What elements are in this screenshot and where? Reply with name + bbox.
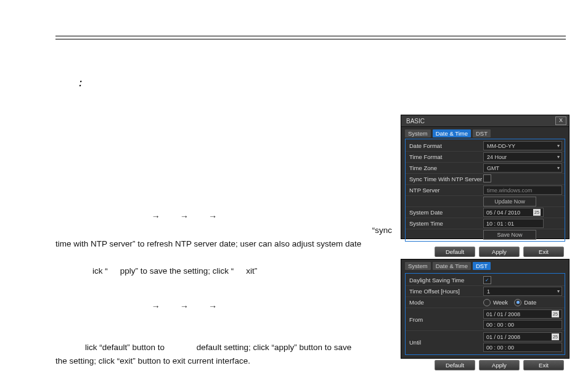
label-system-time: System Time	[406, 220, 483, 227]
body-line: lick “default” button to	[85, 343, 165, 352]
label-until: Until	[406, 339, 483, 346]
apply-button[interactable]: Apply	[479, 360, 520, 370]
body-line: “sync	[55, 224, 392, 237]
body-line: time with NTP server” to refresh NTP ser…	[55, 237, 392, 251]
tab-system[interactable]: System	[405, 262, 431, 270]
tab-system[interactable]: System	[405, 129, 431, 137]
label-system-date: System Date	[406, 209, 483, 216]
tab-dst[interactable]: DST	[473, 262, 491, 270]
dst-checkbox[interactable]: ✓	[483, 276, 491, 284]
mode-date-label: Date	[524, 299, 536, 306]
label-time-offset: Time Offset [Hours]	[406, 288, 483, 295]
system-date-field[interactable]: 05 / 04 / 2010 25	[483, 208, 544, 217]
arrow-icon: →	[143, 210, 169, 223]
basic-dialog: BASIC X System Date & Time DST Date Form…	[401, 115, 570, 239]
from-date-field[interactable]: 01 / 01 / 2008 25	[483, 309, 562, 319]
label-time-format: Time Format	[406, 153, 483, 160]
time-offset-dropdown[interactable]: 1▾	[483, 287, 562, 296]
ntp-server-field[interactable]: time.windows.com	[483, 186, 562, 195]
apply-button[interactable]: Apply	[479, 247, 520, 257]
body-line: ick “	[92, 266, 108, 276]
until-date-field[interactable]: 01 / 01 / 2008 25	[483, 332, 562, 341]
time-zone-dropdown[interactable]: GMT▾	[483, 163, 562, 173]
dst-panel: System Date & Time DST Daylight Saving T…	[401, 259, 570, 359]
label-dst: Daylight Saving Time	[406, 277, 483, 284]
body-text-datetime: → → → “sync time with NTP server” to ref…	[55, 210, 392, 278]
label-sync-ntp: Sync Time With NTP Server	[406, 176, 483, 182]
body-line: the setting; click “exit” button to exit…	[55, 354, 392, 368]
arrow-icon: →	[171, 300, 197, 313]
calendar-icon[interactable]: 25	[552, 333, 559, 340]
label-ntp-server: NTP Server	[406, 187, 483, 194]
until-time-field[interactable]: 00 : 00 : 00	[483, 343, 562, 352]
tab-dst[interactable]: DST	[473, 129, 491, 137]
label-mode: Mode	[406, 299, 483, 306]
body-line: pply” to save the setting; click “	[120, 266, 234, 276]
dialog-title: BASIC	[406, 118, 425, 125]
arrow-icon: →	[200, 300, 226, 313]
mode-week-radio[interactable]	[483, 299, 491, 306]
label-time-zone: Time Zone	[406, 165, 483, 171]
label-date-format: Date Format	[406, 142, 483, 149]
close-icon[interactable]: X	[555, 116, 566, 125]
chevron-down-icon: ▾	[557, 288, 560, 294]
body-text-dst: → → → lick “default” button to default s…	[55, 300, 392, 368]
tab-date-time[interactable]: Date & Time	[433, 129, 471, 137]
arrow-icon: →	[143, 300, 169, 313]
exit-button[interactable]: Exit	[523, 360, 564, 370]
mode-date-radio[interactable]	[514, 299, 521, 306]
tab-date-time[interactable]: Date & Time	[433, 262, 471, 270]
save-now-button[interactable]: Save Now	[483, 230, 536, 240]
calendar-icon[interactable]: 25	[533, 209, 541, 216]
default-button[interactable]: Default	[435, 247, 475, 257]
from-time-field[interactable]: 00 : 00 : 00	[483, 320, 562, 329]
exit-button[interactable]: Exit	[523, 247, 564, 257]
page-divider	[55, 36, 566, 39]
default-button[interactable]: Default	[435, 360, 475, 370]
calendar-icon[interactable]: 25	[552, 311, 559, 317]
label-from: From	[406, 316, 483, 323]
chevron-down-icon: ▾	[557, 143, 560, 149]
arrow-icon: →	[200, 210, 226, 223]
date-format-dropdown[interactable]: MM-DD-YY▾	[483, 141, 562, 150]
system-time-field[interactable]: 10 : 01 : 01	[483, 219, 544, 228]
update-now-button[interactable]: Update Now	[483, 197, 536, 206]
sync-ntp-checkbox[interactable]	[483, 174, 491, 182]
body-line: xit”	[246, 266, 257, 276]
colon-mark: :	[79, 78, 82, 89]
time-format-dropdown[interactable]: 24 Hour▾	[483, 152, 562, 161]
body-line: default setting; click “apply” button to…	[197, 343, 351, 352]
arrow-icon: →	[171, 210, 197, 223]
chevron-down-icon: ▾	[557, 154, 560, 160]
mode-week-label: Week	[493, 299, 508, 306]
chevron-down-icon: ▾	[557, 165, 560, 171]
